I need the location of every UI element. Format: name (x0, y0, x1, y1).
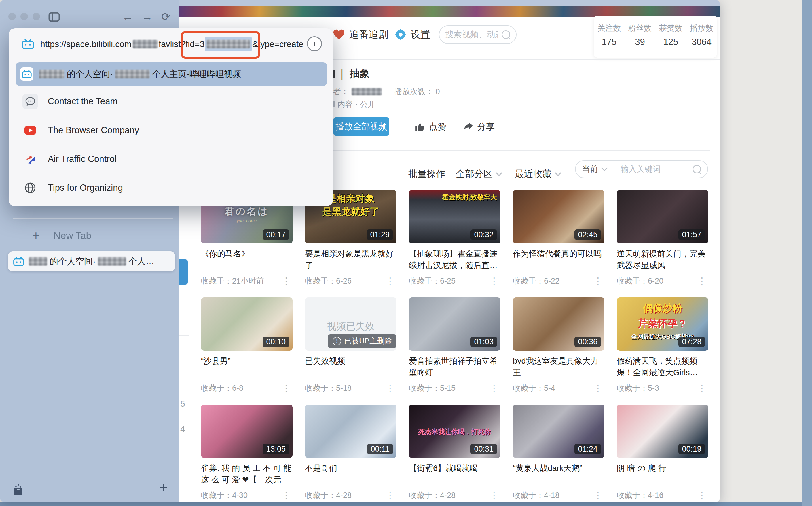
traffic-light-minimize[interactable] (20, 13, 28, 20)
clipped-title-fragment (333, 70, 335, 78)
desktop-bottom-strip (0, 502, 812, 506)
video-title[interactable]: “沙县男” (201, 355, 293, 367)
video-title[interactable]: 爱音拍素世拍祥子拍立希壁咚灯 (409, 355, 500, 378)
duration-badge: 00:31 (471, 444, 497, 454)
video-title[interactable]: 逆天萌新提前关门，完美武器尽显威风 (617, 248, 708, 271)
url-bar[interactable]: https://space.bilibili.com favlist?fid=3… (22, 37, 303, 51)
more-menu-icon[interactable]: ⋮ (697, 277, 708, 285)
video-title[interactable]: 阴 暗 の 爬 行 (617, 462, 708, 474)
space-search-input[interactable]: 搜索视频、动态 (439, 25, 517, 44)
suggestion-selected[interactable]: 的个人空间· 个人主页-哔哩哔哩视频 (15, 62, 327, 86)
video-title[interactable]: 假药满天飞，笑点频频爆！全网最逆天Girls Band Cry解析 (617, 355, 708, 378)
chat-bubble-icon (22, 94, 38, 109)
video-title[interactable]: 【抽象现场】霍金直播连续肘击汉尼拔，随后直播间被封 (409, 248, 500, 271)
play-count: 播放次数： 0 (395, 86, 440, 97)
more-menu-icon[interactable]: ⋮ (697, 491, 708, 500)
share-icon (463, 122, 474, 132)
like-button[interactable]: 点赞 (414, 121, 446, 133)
fav-date-row: 收藏于：6-26 ⋮ (305, 276, 397, 286)
nav-bangumi[interactable]: 追番追剧 (333, 28, 388, 41)
fav-date-row: 收藏于：6-25 ⋮ (409, 276, 500, 286)
vertical-divider (614, 163, 614, 176)
more-menu-icon[interactable]: ⋮ (282, 491, 293, 500)
fav-date-row: 收藏于：4-30 ⋮ (201, 490, 293, 501)
video-title[interactable]: 《你的马名》 (201, 248, 293, 260)
bulk-action-button[interactable]: 批量操作 (408, 168, 445, 180)
duration-badge: 00:10 (263, 337, 289, 347)
category-dropdown[interactable]: 全部分区 (456, 168, 501, 180)
deleted-badge: ! 已被UP主删除 (328, 334, 397, 348)
thumb-up-icon (414, 121, 426, 133)
play-all-button[interactable]: 播放全部视频 (333, 117, 389, 136)
archive-box-icon[interactable] (12, 484, 24, 498)
video-title[interactable]: 已失效视频 (305, 355, 397, 367)
video-thumbnail[interactable]: 01:24 ! (513, 405, 604, 458)
video-card: 视频已失效 ! 已被UP主删除 已失效视频 收藏于：5-18 ⋮ (305, 298, 397, 405)
back-button[interactable]: ← (122, 10, 133, 23)
stat-following: 关注数175 (594, 23, 624, 58)
duration-badge: 00:17 (263, 229, 289, 240)
video-title[interactable]: 不是哥们 (305, 462, 397, 474)
menu-item-contact-the-team[interactable]: Contact the Team (22, 92, 117, 111)
more-menu-icon[interactable]: ⋮ (282, 277, 293, 285)
more-menu-icon[interactable]: ⋮ (594, 491, 604, 500)
scope-dropdown[interactable]: 当前 (582, 164, 607, 175)
video-thumbnail[interactable]: 霍金铁肘,致敬牢大 00:32 ! (409, 190, 500, 244)
traffic-light-zoom[interactable] (32, 13, 40, 20)
traffic-light-close[interactable] (8, 13, 16, 20)
video-thumbnail[interactable]: 00:36 ! (513, 298, 604, 351)
fav-date-row: 收藏于：5-18 ⋮ (305, 383, 397, 393)
video-thumbnail[interactable]: 视频已失效 ! 已被UP主删除 (305, 298, 397, 351)
video-thumbnail[interactable]: 01:57 ! (617, 190, 708, 244)
selected-folder-fragment[interactable] (179, 259, 188, 285)
sidebar-toggle-icon[interactable] (48, 12, 60, 23)
sort-dropdown[interactable]: 最近收藏 (515, 168, 560, 180)
redacted-uid (133, 40, 158, 49)
share-button[interactable]: 分享 (463, 121, 495, 133)
nav-settings[interactable]: 设置 (395, 28, 430, 41)
video-title[interactable]: 雀巢: 我 的 员 工 不 可 能 这 么 可 爱 ❤【二次元爆改 (201, 462, 293, 486)
video-thumbnail[interactable]: 02:45 ! (513, 190, 604, 244)
url-bar-popup: https://space.bilibili.com favlist?fid=3… (9, 28, 333, 206)
reload-button[interactable]: ⟳ (161, 10, 171, 23)
more-menu-icon[interactable]: ⋮ (386, 384, 397, 393)
bilibili-tv-icon (13, 257, 24, 266)
video-thumbnail[interactable]: 00:11 ! (305, 405, 397, 458)
video-title[interactable]: byd我这室友是真像大力王 (513, 355, 604, 378)
more-menu-icon[interactable]: ⋮ (282, 384, 293, 393)
invalid-text: 视频已失效 (305, 320, 397, 333)
new-tab-button[interactable]: + New Tab (32, 228, 91, 243)
favicon-box (20, 67, 33, 81)
header-divider (333, 150, 710, 151)
video-thumbnail[interactable]: 13:05 ! (201, 405, 293, 458)
video-thumbnail[interactable]: 死杰米我让你喝，打死你 00:31 ! (409, 405, 500, 458)
more-menu-icon[interactable]: ⋮ (490, 491, 500, 500)
sidebar-add-icon[interactable]: + (159, 479, 168, 496)
search-icon[interactable] (693, 165, 701, 173)
more-menu-icon[interactable]: ⋮ (697, 384, 708, 393)
video-title[interactable]: 【街霸6】就喝就喝 (409, 462, 500, 474)
tab-title: 的个人空间· 个人… (29, 256, 154, 267)
video-thumbnail[interactable]: 01:03 ! (409, 298, 500, 351)
folder-count: 5 (180, 399, 185, 409)
sidebar-tab-bilibili-space[interactable]: 的个人空间· 个人… (8, 251, 175, 271)
search-icon[interactable] (502, 30, 510, 39)
keyword-input[interactable]: 输入关键词 (620, 164, 693, 175)
video-title[interactable]: 要是相亲对象是黑龙就好了 (305, 248, 397, 271)
video-title[interactable]: “黄泉大战dark天鹅” (513, 462, 604, 474)
video-title[interactable]: 作为怪猎代餐真的可以吗 (513, 248, 604, 260)
video-thumbnail[interactable]: 00:19 ! (617, 405, 708, 458)
more-menu-icon[interactable]: ⋮ (386, 277, 397, 285)
forward-button[interactable]: → (142, 10, 153, 23)
more-menu-icon[interactable]: ⋮ (594, 277, 604, 285)
more-menu-icon[interactable]: ⋮ (490, 384, 500, 393)
more-menu-icon[interactable]: ⋮ (594, 384, 604, 393)
menu-item-the-browser-company[interactable]: The Browser Company (22, 121, 139, 140)
more-menu-icon[interactable]: ⋮ (490, 277, 500, 285)
video-thumbnail[interactable]: 偶像炒粉芹菜怀孕？全网最逆天GBC解析02 07:28 ! (617, 298, 708, 351)
menu-item-air-traffic-control[interactable]: Air Traffic Control (22, 150, 117, 168)
more-menu-icon[interactable]: ⋮ (386, 491, 397, 500)
info-icon[interactable]: i (307, 36, 322, 51)
video-thumbnail[interactable]: 00:10 ! (201, 298, 293, 351)
menu-item-tips-for-organizing[interactable]: Tips for Organizing (22, 179, 123, 197)
